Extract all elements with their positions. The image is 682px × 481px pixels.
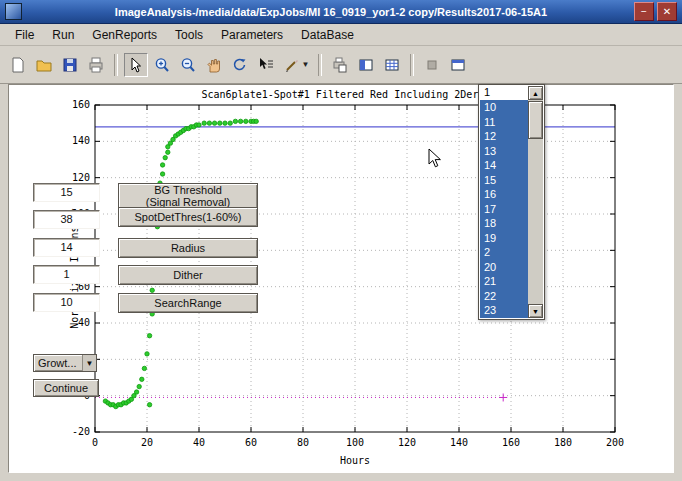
save-icon[interactable] xyxy=(58,53,82,77)
app-icon xyxy=(5,3,22,20)
scroll-down-icon[interactable]: ▼ xyxy=(528,304,543,318)
table-icon[interactable] xyxy=(380,53,404,77)
print-icon[interactable] xyxy=(84,53,108,77)
zoom-in-icon[interactable] xyxy=(150,53,174,77)
list-item[interactable]: 11 xyxy=(480,115,528,130)
close-button[interactable]: ✕ xyxy=(657,2,677,21)
growth-dropdown[interactable]: Growt... ▼ xyxy=(33,354,97,372)
param-input-radius[interactable]: 14 xyxy=(33,238,100,257)
select-arrow-icon[interactable] xyxy=(124,53,148,77)
menu-file[interactable]: File xyxy=(6,26,43,44)
param-button-radius[interactable]: Radius xyxy=(118,238,258,258)
continue-button-label: Continue xyxy=(44,382,88,394)
open-folder-icon[interactable] xyxy=(32,53,56,77)
list-item[interactable]: 16 xyxy=(480,187,528,202)
window-frame xyxy=(674,84,682,481)
list-item[interactable]: 12 xyxy=(480,129,528,144)
pan-hand-icon[interactable] xyxy=(202,53,226,77)
menu-run[interactable]: Run xyxy=(43,26,83,44)
menu-genreports[interactable]: GenReports xyxy=(83,26,166,44)
new-file-icon[interactable] xyxy=(6,53,30,77)
list-item[interactable]: 19 xyxy=(480,231,528,246)
spot-number-listbox: 1 10111213141516171819220212223 ▲ ▼ xyxy=(478,84,545,320)
dropdown-arrow-icon: ▼ xyxy=(302,60,310,69)
list-item[interactable]: 10 xyxy=(480,100,528,115)
param-button-bg-threshold[interactable]: BG Threshold(Signal Removal) xyxy=(118,183,258,209)
scrollbar-thumb[interactable] xyxy=(528,101,543,139)
scroll-up-icon[interactable]: ▲ xyxy=(528,86,543,100)
list-item[interactable]: 18 xyxy=(480,216,528,231)
param-button-dither[interactable]: Dither xyxy=(118,265,258,285)
list-item[interactable]: 2 xyxy=(480,245,528,260)
list-scrollbar[interactable]: ▲ ▼ xyxy=(528,86,543,318)
panel-icon[interactable] xyxy=(354,53,378,77)
combo-arrow-icon[interactable]: ▼ xyxy=(82,355,96,371)
stop-icon[interactable] xyxy=(420,53,444,77)
window-title: ImageAnalysis-/media/data/ExpJobs/MI 16_… xyxy=(28,6,634,18)
print-preview-icon[interactable] xyxy=(328,53,352,77)
list-item[interactable]: 21 xyxy=(480,274,528,289)
param-input-bg-threshold[interactable]: 15 xyxy=(33,183,100,202)
list-item-current[interactable]: 1 xyxy=(480,86,528,99)
list-item[interactable]: 14 xyxy=(480,158,528,173)
toolbar-separator xyxy=(318,54,322,76)
param-button-searchrange[interactable]: SearchRange xyxy=(118,293,258,313)
toolbar-separator xyxy=(410,54,414,76)
continue-button[interactable]: Continue xyxy=(33,379,99,397)
list-item[interactable]: 13 xyxy=(480,144,528,159)
list-item[interactable]: 15 xyxy=(480,173,528,188)
menu-database[interactable]: DataBase xyxy=(292,26,363,44)
list-item[interactable]: 23 xyxy=(480,303,528,318)
toolbar: ▼ xyxy=(0,46,682,84)
minimize-button[interactable]: − xyxy=(634,2,654,21)
zoom-reset-icon[interactable] xyxy=(228,53,252,77)
menubar: FileRunGenReportsToolsParametersDataBase xyxy=(0,24,682,46)
list-item[interactable]: 20 xyxy=(480,260,528,275)
window-layout-icon[interactable] xyxy=(446,53,470,77)
menu-tools[interactable]: Tools xyxy=(166,26,212,44)
toolbar-separator xyxy=(114,54,118,76)
pointer-dropdown-icon[interactable] xyxy=(254,53,278,77)
zoom-out-icon[interactable] xyxy=(176,53,200,77)
growth-dropdown-label: Growt... xyxy=(38,357,77,369)
param-input-spotdetthres-1-60-[interactable]: 38 xyxy=(33,210,100,229)
draw-dropdown-icon[interactable]: ▼ xyxy=(280,53,312,77)
param-button-spotdetthres-1-60-[interactable]: SpotDetThres(1-60%) xyxy=(118,207,258,227)
plot-canvas[interactable] xyxy=(8,84,674,473)
menu-parameters[interactable]: Parameters xyxy=(212,26,292,44)
list-item[interactable]: 22 xyxy=(480,289,528,304)
param-input-searchrange[interactable]: 10 xyxy=(33,293,100,312)
window-frame xyxy=(0,473,682,481)
list-item[interactable]: 17 xyxy=(480,202,528,217)
titlebar[interactable]: ImageAnalysis-/media/data/ExpJobs/MI 16_… xyxy=(0,0,682,24)
param-input-dither[interactable]: 1 xyxy=(33,265,100,284)
